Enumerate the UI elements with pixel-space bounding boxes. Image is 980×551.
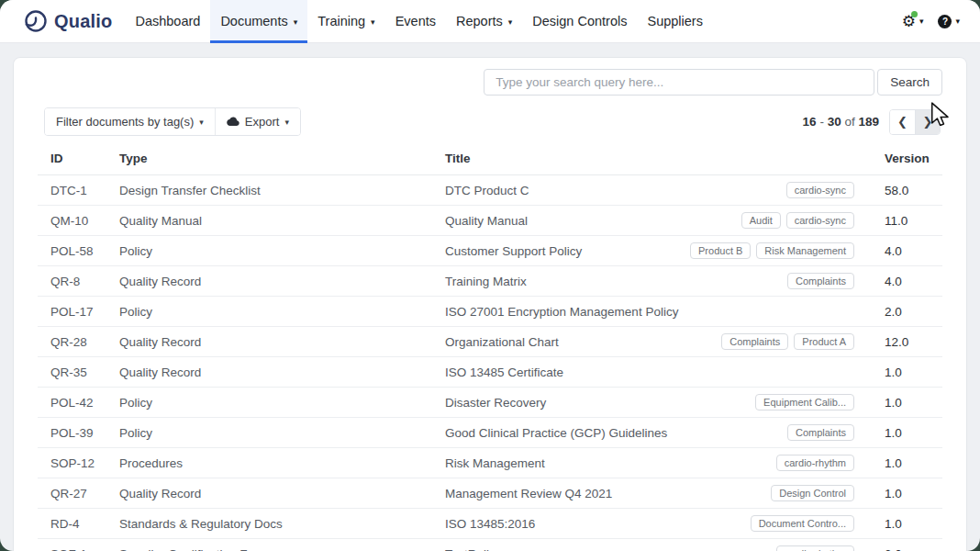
documents-table: ID Type Title Version DTC-1 Design Trans…: [38, 147, 942, 551]
doc-title: DTC Product C: [445, 184, 529, 197]
chevron-down-icon: ▾: [294, 17, 298, 27]
doc-id: POL-58: [38, 236, 106, 266]
nav-menu: Dashboard ▾ Documents ▾ Training ▾ Event…: [125, 0, 712, 42]
nav-right-icons: ⚙ ▾ ? ▾: [902, 0, 960, 42]
app-window: Qualio Dashboard ▾ Documents ▾ Training …: [0, 0, 980, 551]
table-row[interactable]: QR-27 Quality Record Management Review Q…: [38, 478, 942, 509]
doc-version: 11.0: [869, 206, 942, 236]
table-row[interactable]: POL-58 Policy Customer Support Policy Pr…: [38, 236, 942, 266]
chevron-down-icon: ▾: [955, 17, 960, 26]
doc-type: Design Transfer Checklist: [106, 175, 432, 206]
doc-type: Quality Record: [106, 478, 432, 509]
pager-buttons: ❮ ❯: [889, 109, 941, 135]
export-cloud-icon: [227, 117, 239, 127]
doc-type: Quality Record: [106, 266, 432, 297]
doc-type: Policy: [106, 388, 432, 418]
search-input[interactable]: [484, 69, 874, 96]
tag-list: Product BRisk Management: [690, 242, 869, 259]
table-row[interactable]: SQF-1 Supplier Qualification Form TestRa…: [38, 539, 942, 551]
nav-item-label: Dashboard: [135, 14, 200, 28]
documents-panel: Search Filter documents by tag(s) ▾ Expo…: [13, 57, 967, 551]
doc-type: Quality Manual: [106, 206, 432, 236]
doc-title: Disaster Recovery: [445, 396, 546, 410]
table-row[interactable]: RD-4 Standards & Regulatory Docs ISO 134…: [38, 509, 942, 539]
tag-list: Auditcardio-sync: [741, 212, 869, 229]
pagination-range: 16 - 30 of 189: [803, 115, 879, 129]
doc-title: Quality Manual: [445, 214, 528, 228]
doc-title: TestRail: [445, 547, 489, 551]
tag-badge: Audit: [741, 212, 781, 229]
chevron-down-icon: ▾: [919, 17, 924, 26]
tag-list: Complaints: [787, 424, 869, 441]
range-separator: -: [819, 115, 824, 129]
export-button[interactable]: Export ▾: [215, 108, 300, 135]
qualio-logo-icon: [24, 9, 48, 33]
header-id: ID: [38, 147, 106, 175]
nav-item[interactable]: Dashboard ▾: [125, 0, 210, 42]
chevron-down-icon: ▾: [284, 118, 289, 127]
nav-item-label: Suppliers: [647, 14, 702, 28]
doc-type: Policy: [106, 236, 432, 266]
export-label: Export: [245, 115, 280, 129]
qualio-logo[interactable]: Qualio: [24, 0, 112, 42]
table-row[interactable]: POL-42 Policy Disaster Recovery Equipmen…: [38, 388, 942, 418]
tag-badge: Complaints: [787, 424, 854, 441]
table-row[interactable]: QR-8 Quality Record Training Matrix Comp…: [38, 266, 942, 297]
search-button[interactable]: Search: [877, 69, 942, 96]
help-menu[interactable]: ? ▾: [938, 15, 960, 28]
header-type: Type: [106, 147, 432, 175]
doc-id: DTC-1: [38, 175, 106, 206]
top-navigation-bar: Qualio Dashboard ▾ Documents ▾ Training …: [0, 0, 980, 43]
previous-page-button[interactable]: ❮: [890, 110, 915, 134]
nav-item[interactable]: Training ▾: [307, 0, 384, 42]
nav-item[interactable]: Documents ▾: [210, 0, 307, 42]
doc-title: Customer Support Policy: [445, 244, 582, 258]
nav-item-label: Reports: [456, 14, 503, 28]
doc-id: RD-4: [38, 509, 106, 539]
nav-item[interactable]: Suppliers ▾: [637, 0, 712, 42]
notification-green-dot: [911, 11, 918, 17]
nav-item-label: Design Controls: [532, 14, 627, 28]
chevron-down-icon: ▾: [199, 118, 204, 127]
doc-type: Supplier Qualification Form: [106, 539, 432, 551]
range-start: 16: [803, 115, 817, 129]
tag-badge: cardio-rhythm: [776, 545, 854, 551]
nav-item[interactable]: Reports ▾: [446, 0, 522, 42]
tag-list: Equipment Calib...: [755, 394, 869, 410]
tag-list: cardio-sync: [786, 182, 869, 198]
tag-badge: Complaints: [721, 333, 788, 350]
settings-menu[interactable]: ⚙ ▾: [902, 14, 924, 29]
doc-id: SQF-1: [38, 539, 106, 551]
chevron-down-icon: ▾: [371, 17, 375, 27]
tag-list: ComplaintsProduct A: [721, 333, 869, 350]
tag-badge: Complaints: [787, 273, 854, 289]
table-row[interactable]: POL-39 Policy Good Clinical Practice (GC…: [38, 418, 942, 448]
table-header: ID Type Title Version: [38, 147, 942, 175]
nav-item[interactable]: Design Controls ▾: [522, 0, 637, 42]
doc-title: Good Clinical Practice (GCP) Guidelines: [445, 426, 667, 440]
next-page-button[interactable]: ❯: [915, 110, 940, 134]
table-row[interactable]: QM-10 Quality Manual Quality Manual Audi…: [38, 206, 942, 236]
doc-version: 1.0: [869, 418, 942, 448]
doc-version: 58.0: [869, 175, 942, 206]
tag-badge: cardio-sync: [786, 182, 854, 198]
table-row[interactable]: DTC-1 Design Transfer Checklist DTC Prod…: [38, 175, 942, 206]
doc-id: QR-27: [38, 478, 106, 509]
filter-by-tags-button[interactable]: Filter documents by tag(s) ▾: [45, 108, 215, 135]
table-row[interactable]: QR-35 Quality Record ISO 13485 Certifica…: [38, 357, 942, 388]
table-row[interactable]: SOP-12 Procedures Risk Management cardio…: [38, 448, 942, 478]
table-row[interactable]: POL-17 Policy ISO 27001 Encryption Manag…: [38, 297, 942, 327]
doc-id: QM-10: [38, 206, 106, 236]
tag-badge: Product A: [794, 333, 854, 350]
table-row[interactable]: QR-28 Quality Record Organizational Char…: [38, 327, 942, 357]
chevron-down-icon: ▾: [508, 17, 513, 27]
doc-version: 2.0: [869, 539, 942, 551]
doc-type: Quality Record: [106, 357, 432, 388]
doc-title: ISO 13485:2016: [445, 517, 535, 531]
doc-type: Quality Record: [106, 327, 432, 357]
doc-id: SOP-12: [38, 448, 106, 478]
tag-badge: Design Control: [771, 485, 854, 501]
nav-item[interactable]: Events ▾: [385, 0, 446, 42]
tag-badge: Product B: [690, 242, 751, 259]
logo-text: Qualio: [54, 11, 112, 32]
